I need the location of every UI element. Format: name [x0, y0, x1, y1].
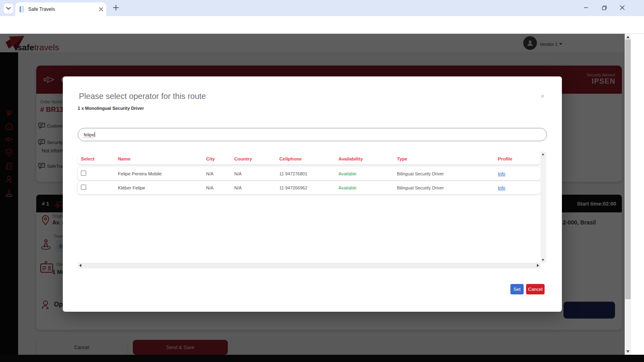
col-profile: Profile	[498, 156, 541, 161]
col-cellphone: Cellphone	[279, 156, 339, 161]
row-checkbox[interactable]	[81, 171, 86, 176]
cell-cellphone: 11 947276801	[279, 171, 339, 176]
modal-title: Please select operator for this route	[79, 92, 206, 101]
new-tab-button[interactable]	[113, 4, 119, 11]
operator-table-header: Select Name City Country Cellphone Avail…	[78, 153, 541, 165]
set-button-label: Set	[514, 287, 520, 292]
chevron-down-icon	[6, 7, 11, 10]
cell-city: N/A	[206, 185, 234, 190]
scroll-right-icon[interactable]	[537, 264, 539, 267]
col-select: Select	[81, 156, 118, 161]
tab-strip: Safe Travels	[0, 0, 644, 16]
cell-type: Bilingual Security Driver	[397, 171, 498, 176]
search-input-value: felipe	[84, 132, 94, 137]
page-scrollbar-thumb[interactable]	[625, 39, 631, 299]
col-name: Name	[118, 156, 206, 161]
modal-close-icon[interactable]: ×	[539, 93, 546, 99]
table-horizontal-scrollbar[interactable]	[78, 263, 541, 268]
scroll-down-icon[interactable]	[542, 259, 544, 261]
cell-city: N/A	[206, 171, 234, 176]
window-close-button[interactable]	[613, 0, 631, 15]
row-checkbox[interactable]	[81, 185, 86, 190]
cell-name: Kléber Felipe	[118, 185, 206, 190]
text-caret	[95, 132, 95, 137]
table-vertical-scrollbar[interactable]	[541, 152, 546, 263]
scroll-down-icon[interactable]	[626, 350, 630, 353]
col-type: Type	[397, 156, 498, 161]
browser-toolbar: painel.safetravels.me/ServiceOrder/Step1…	[0, 16, 644, 34]
operator-search-input[interactable]: felipe	[78, 128, 547, 141]
profile-info-link[interactable]: Info	[498, 171, 541, 176]
modal-cancel-label: Cancel	[528, 287, 543, 292]
bottom-edge	[0, 355, 644, 362]
tab-title: Safe Travels	[28, 6, 99, 12]
col-city: City	[206, 156, 234, 161]
window-restore-button[interactable]	[595, 0, 613, 15]
cell-country: N/A	[234, 171, 279, 176]
col-availability: Availability	[339, 156, 397, 161]
cell-availability: Available	[339, 185, 397, 190]
browser-tab[interactable]: Safe Travels	[15, 2, 106, 16]
scroll-up-icon[interactable]	[542, 153, 544, 155]
cell-availability: Available	[339, 171, 397, 176]
scroll-up-icon[interactable]	[626, 36, 630, 38]
operator-row: Felipe Pereira Mobile N/A N/A 11 9472768…	[78, 167, 541, 180]
modal-cancel-button[interactable]: Cancel	[526, 284, 545, 294]
cell-type: Bilingual Security Driver	[397, 185, 498, 190]
profile-info-link[interactable]: Info	[498, 185, 541, 190]
cell-name: Felipe Pereira Mobile	[118, 171, 206, 176]
select-operator-modal: × Please select operator for this route …	[63, 76, 562, 312]
scroll-left-icon[interactable]	[79, 264, 81, 267]
col-country: Country	[234, 156, 279, 161]
tab-search-button[interactable]	[4, 4, 13, 13]
set-button[interactable]: Set	[510, 284, 524, 294]
modal-subtitle: 1 x Monolingual Security Driver	[78, 106, 144, 111]
operator-row: Kléber Felipe N/A N/A 11 947266962 Avail…	[78, 181, 541, 194]
cell-country: N/A	[234, 185, 279, 190]
safe-travels-favicon	[19, 6, 25, 12]
cell-cellphone: 11 947266962	[279, 185, 339, 190]
tab-close-icon[interactable]	[99, 7, 103, 11]
window-minimize-button[interactable]	[577, 0, 595, 15]
browser-window: Safe Travels	[0, 0, 644, 362]
